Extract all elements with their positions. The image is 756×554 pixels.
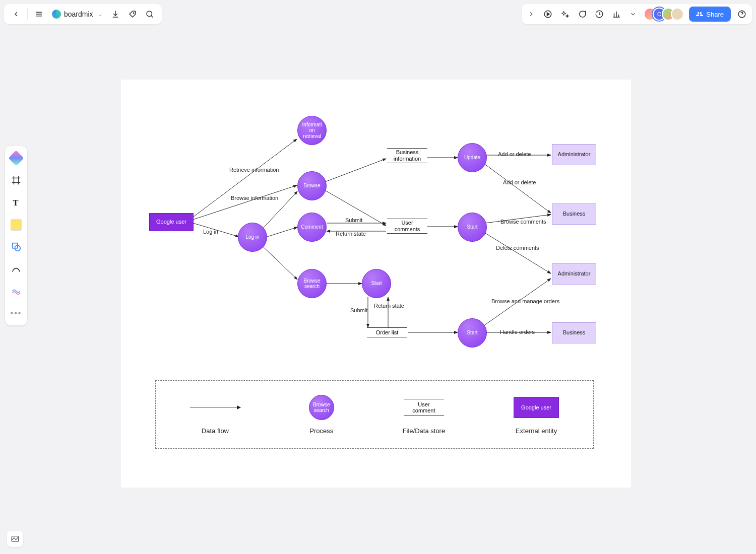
search-button[interactable]: [142, 6, 158, 22]
svg-line-26: [267, 227, 297, 237]
topbar-left: boardmix ⌄: [4, 4, 162, 24]
pen-tool[interactable]: [9, 262, 23, 276]
process-comment[interactable]: Comment: [297, 213, 327, 242]
legend-process: Browse search Process: [309, 395, 334, 435]
datastore-business-info[interactable]: Business information: [387, 148, 427, 163]
shape-tool[interactable]: [9, 240, 23, 254]
back-button[interactable]: [8, 6, 24, 22]
edge-label: Browse comments: [500, 219, 546, 225]
edge-label: Retrieve information: [229, 167, 279, 173]
share-label: Share: [706, 11, 724, 18]
topbar-right: O Share: [522, 4, 752, 24]
chevron-down-icon: ⌄: [98, 12, 102, 17]
svg-line-23: [193, 185, 297, 220]
more-chevron-icon[interactable]: [627, 6, 639, 22]
svg-text:T: T: [13, 198, 19, 207]
brand-logo-icon: [52, 10, 61, 19]
sparkle-icon[interactable]: [559, 6, 571, 22]
edge-label: Delete comments: [496, 245, 539, 251]
entity-google-user[interactable]: Google user: [149, 213, 194, 231]
legend: Data flow Browse search Process User com…: [155, 380, 594, 449]
entity-admin2[interactable]: Administrator: [552, 263, 596, 285]
top-bar: boardmix ⌄: [4, 4, 752, 24]
datastore-order-list[interactable]: Order list: [367, 327, 407, 337]
process-info-retrieval[interactable]: Informati on retrieval: [297, 116, 327, 145]
svg-line-28: [325, 159, 386, 182]
legend-filestore: User comment File/Data store: [403, 395, 446, 435]
templates-tool[interactable]: [9, 151, 23, 165]
edge-label: Return state: [374, 303, 404, 309]
menu-button[interactable]: [31, 6, 47, 22]
legend-entity: Google user External entity: [514, 395, 559, 435]
edge-label: Browse information: [231, 195, 278, 201]
diagram-canvas[interactable]: Google user Administrator Business Admin…: [121, 80, 631, 488]
entity-business1[interactable]: Business: [552, 203, 596, 225]
play-button[interactable]: [542, 6, 554, 22]
comment-icon[interactable]: [576, 6, 588, 22]
edge-label: Return state: [336, 231, 366, 237]
process-browse[interactable]: Browse: [297, 171, 327, 200]
help-button[interactable]: [736, 6, 748, 22]
svg-point-4: [147, 11, 152, 17]
svg-line-22: [193, 139, 297, 217]
collaborator-avatars[interactable]: O: [644, 8, 684, 21]
sticky-note-tool[interactable]: [9, 218, 23, 232]
text-tool[interactable]: T: [9, 195, 23, 210]
svg-line-41: [483, 232, 551, 273]
edge-label: Submit: [350, 307, 367, 313]
edge-label: Add or delete: [498, 151, 531, 157]
svg-line-39: [483, 163, 551, 213]
brand-dropdown[interactable]: boardmix ⌄: [48, 10, 106, 19]
process-start1[interactable]: Start: [458, 213, 487, 242]
entity-admin1[interactable]: Administrator: [552, 144, 596, 165]
datastore-user-comments[interactable]: User comments: [387, 219, 427, 234]
connector-tool[interactable]: [9, 284, 23, 298]
tag-button[interactable]: [124, 6, 141, 22]
minimap-button[interactable]: [7, 531, 23, 547]
share-button[interactable]: Share: [689, 7, 731, 22]
process-start2[interactable]: Start: [362, 269, 391, 298]
svg-line-27: [262, 246, 297, 280]
edge-label: Log in: [203, 229, 218, 235]
left-toolbar: T •••: [5, 146, 27, 325]
download-button[interactable]: [107, 6, 123, 22]
process-login[interactable]: Log in: [238, 223, 267, 252]
svg-point-3: [133, 13, 134, 14]
edge-label: Browse and manage orders: [491, 298, 559, 304]
legend-dataflow: Data flow: [190, 395, 240, 435]
separator: [27, 9, 28, 20]
process-start3[interactable]: Start: [458, 318, 487, 348]
edge-label: Submit: [345, 217, 362, 223]
chart-icon[interactable]: [610, 6, 622, 22]
svg-line-5: [151, 16, 153, 18]
avatar[interactable]: [671, 8, 684, 21]
more-tools[interactable]: •••: [9, 306, 23, 320]
frame-tool[interactable]: [9, 173, 23, 187]
edge-label: Add or delete: [503, 179, 536, 185]
edge-label: Handle orders: [500, 329, 535, 335]
process-browse-search[interactable]: Browse search: [297, 269, 327, 298]
svg-marker-7: [547, 13, 550, 16]
process-update[interactable]: Update: [458, 143, 487, 172]
history-icon[interactable]: [593, 6, 605, 22]
entity-business2[interactable]: Business: [552, 322, 596, 343]
brand-name: boardmix: [64, 10, 93, 18]
chevron-right-icon[interactable]: [526, 6, 537, 22]
